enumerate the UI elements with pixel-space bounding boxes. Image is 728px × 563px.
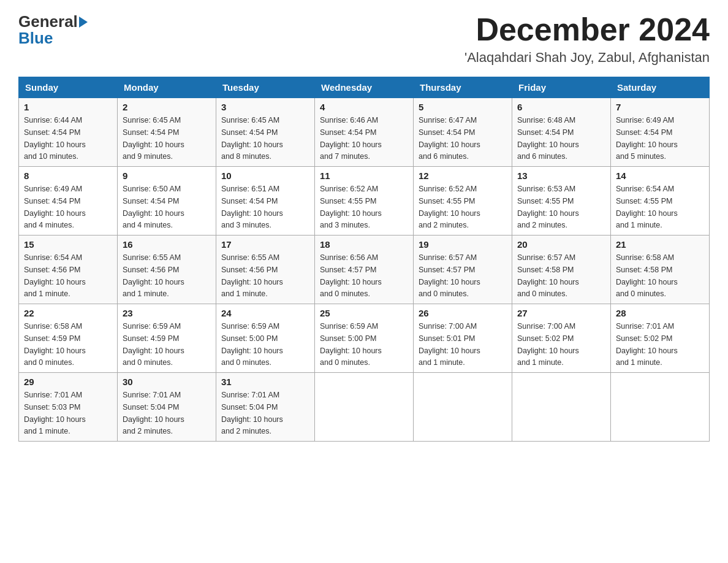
day-info: Sunrise: 6:54 AMSunset: 4:55 PMDaylight:… xyxy=(616,185,678,229)
day-number: 30 xyxy=(123,377,211,387)
header-monday: Monday xyxy=(118,77,216,98)
day-info: Sunrise: 6:48 AMSunset: 4:54 PMDaylight:… xyxy=(517,116,579,161)
day-info: Sunrise: 6:51 AMSunset: 4:54 PMDaylight:… xyxy=(221,185,283,229)
day-info: Sunrise: 6:58 AMSunset: 4:59 PMDaylight:… xyxy=(24,322,86,367)
day-info: Sunrise: 6:55 AMSunset: 4:56 PMDaylight:… xyxy=(123,253,184,298)
day-number: 22 xyxy=(24,308,112,318)
calendar-day-20: 20 Sunrise: 6:57 AMSunset: 4:58 PMDaylig… xyxy=(512,236,611,304)
calendar-day-25: 25 Sunrise: 6:59 AMSunset: 5:00 PMDaylig… xyxy=(315,304,414,373)
day-number: 21 xyxy=(616,239,704,250)
calendar-table: SundayMondayTuesdayWednesdayThursdayFrid… xyxy=(18,77,710,442)
day-number: 2 xyxy=(123,102,211,112)
day-info: Sunrise: 7:00 AMSunset: 5:01 PMDaylight:… xyxy=(419,322,480,367)
calendar-day-24: 24 Sunrise: 6:59 AMSunset: 5:00 PMDaylig… xyxy=(216,304,315,373)
day-number: 11 xyxy=(320,170,408,181)
header-tuesday: Tuesday xyxy=(216,77,315,98)
calendar-day-10: 10 Sunrise: 6:51 AMSunset: 4:54 PMDaylig… xyxy=(216,167,315,236)
day-number: 31 xyxy=(221,377,309,387)
calendar-day-19: 19 Sunrise: 6:57 AMSunset: 4:57 PMDaylig… xyxy=(414,236,512,304)
calendar-day-8: 8 Sunrise: 6:49 AMSunset: 4:54 PMDayligh… xyxy=(19,167,118,236)
day-number: 20 xyxy=(517,239,605,250)
empty-cell xyxy=(512,373,611,442)
calendar-day-29: 29 Sunrise: 7:01 AMSunset: 5:03 PMDaylig… xyxy=(19,373,118,442)
calendar-day-21: 21 Sunrise: 6:58 AMSunset: 4:58 PMDaylig… xyxy=(611,236,710,304)
day-info: Sunrise: 6:49 AMSunset: 4:54 PMDaylight:… xyxy=(24,185,86,229)
calendar-day-31: 31 Sunrise: 7:01 AMSunset: 5:04 PMDaylig… xyxy=(216,373,315,442)
day-number: 29 xyxy=(24,377,112,387)
month-title: December 2024 xyxy=(464,12,710,47)
day-info: Sunrise: 6:58 AMSunset: 4:58 PMDaylight:… xyxy=(616,253,678,298)
day-number: 7 xyxy=(616,102,704,112)
calendar-day-16: 16 Sunrise: 6:55 AMSunset: 4:56 PMDaylig… xyxy=(118,236,216,304)
logo: General Blue xyxy=(18,12,89,48)
day-info: Sunrise: 6:54 AMSunset: 4:56 PMDaylight:… xyxy=(24,253,86,298)
day-info: Sunrise: 6:44 AMSunset: 4:54 PMDaylight:… xyxy=(24,116,86,161)
day-info: Sunrise: 6:52 AMSunset: 4:55 PMDaylight:… xyxy=(419,185,480,229)
calendar-week-2: 8 Sunrise: 6:49 AMSunset: 4:54 PMDayligh… xyxy=(19,167,710,236)
title-section: December 2024 'Alaqahdari Shah Joy, Zabu… xyxy=(464,12,710,66)
header-saturday: Saturday xyxy=(611,77,710,98)
day-info: Sunrise: 6:59 AMSunset: 4:59 PMDaylight:… xyxy=(123,322,184,367)
day-number: 27 xyxy=(517,308,605,318)
day-number: 28 xyxy=(616,308,704,318)
day-number: 3 xyxy=(221,102,309,112)
day-info: Sunrise: 7:00 AMSunset: 5:02 PMDaylight:… xyxy=(517,322,579,367)
calendar-day-2: 2 Sunrise: 6:45 AMSunset: 4:54 PMDayligh… xyxy=(118,98,216,167)
logo-blue-text: Blue xyxy=(18,29,53,48)
calendar-header-row: SundayMondayTuesdayWednesdayThursdayFrid… xyxy=(19,77,710,98)
day-number: 24 xyxy=(221,308,309,318)
header-thursday: Thursday xyxy=(414,77,512,98)
calendar-day-4: 4 Sunrise: 6:46 AMSunset: 4:54 PMDayligh… xyxy=(315,98,414,167)
day-info: Sunrise: 7:01 AMSunset: 5:03 PMDaylight:… xyxy=(24,391,86,435)
day-number: 14 xyxy=(616,170,704,181)
day-number: 15 xyxy=(24,239,112,250)
calendar-day-12: 12 Sunrise: 6:52 AMSunset: 4:55 PMDaylig… xyxy=(414,167,512,236)
calendar-day-11: 11 Sunrise: 6:52 AMSunset: 4:55 PMDaylig… xyxy=(315,167,414,236)
day-number: 12 xyxy=(419,170,507,181)
calendar-day-23: 23 Sunrise: 6:59 AMSunset: 4:59 PMDaylig… xyxy=(118,304,216,373)
day-number: 4 xyxy=(320,102,408,112)
day-info: Sunrise: 6:56 AMSunset: 4:57 PMDaylight:… xyxy=(320,253,382,298)
day-info: Sunrise: 6:46 AMSunset: 4:54 PMDaylight:… xyxy=(320,116,382,161)
calendar-day-3: 3 Sunrise: 6:45 AMSunset: 4:54 PMDayligh… xyxy=(216,98,315,167)
day-info: Sunrise: 6:57 AMSunset: 4:58 PMDaylight:… xyxy=(517,253,579,298)
day-number: 25 xyxy=(320,308,408,318)
calendar-week-1: 1 Sunrise: 6:44 AMSunset: 4:54 PMDayligh… xyxy=(19,98,710,167)
day-number: 18 xyxy=(320,239,408,250)
day-info: Sunrise: 6:50 AMSunset: 4:54 PMDaylight:… xyxy=(123,185,184,229)
calendar-day-6: 6 Sunrise: 6:48 AMSunset: 4:54 PMDayligh… xyxy=(512,98,611,167)
location-subtitle: 'Alaqahdari Shah Joy, Zabul, Afghanistan xyxy=(464,50,710,66)
calendar-week-4: 22 Sunrise: 6:58 AMSunset: 4:59 PMDaylig… xyxy=(19,304,710,373)
calendar-day-13: 13 Sunrise: 6:53 AMSunset: 4:55 PMDaylig… xyxy=(512,167,611,236)
calendar-day-26: 26 Sunrise: 7:00 AMSunset: 5:01 PMDaylig… xyxy=(414,304,512,373)
header-sunday: Sunday xyxy=(19,77,118,98)
day-number: 10 xyxy=(221,170,309,181)
calendar-day-15: 15 Sunrise: 6:54 AMSunset: 4:56 PMDaylig… xyxy=(19,236,118,304)
empty-cell xyxy=(414,373,512,442)
day-info: Sunrise: 6:52 AMSunset: 4:55 PMDaylight:… xyxy=(320,185,382,229)
day-info: Sunrise: 6:45 AMSunset: 4:54 PMDaylight:… xyxy=(221,116,283,161)
day-number: 8 xyxy=(24,170,112,181)
calendar-week-5: 29 Sunrise: 7:01 AMSunset: 5:03 PMDaylig… xyxy=(19,373,710,442)
calendar-day-9: 9 Sunrise: 6:50 AMSunset: 4:54 PMDayligh… xyxy=(118,167,216,236)
day-info: Sunrise: 6:59 AMSunset: 5:00 PMDaylight:… xyxy=(320,322,382,367)
calendar-day-27: 27 Sunrise: 7:00 AMSunset: 5:02 PMDaylig… xyxy=(512,304,611,373)
day-number: 13 xyxy=(517,170,605,181)
day-info: Sunrise: 6:57 AMSunset: 4:57 PMDaylight:… xyxy=(419,253,480,298)
day-number: 6 xyxy=(517,102,605,112)
day-number: 17 xyxy=(221,239,309,250)
calendar-day-30: 30 Sunrise: 7:01 AMSunset: 5:04 PMDaylig… xyxy=(118,373,216,442)
day-info: Sunrise: 7:01 AMSunset: 5:02 PMDaylight:… xyxy=(616,322,678,367)
day-number: 19 xyxy=(419,239,507,250)
day-info: Sunrise: 7:01 AMSunset: 5:04 PMDaylight:… xyxy=(123,391,184,435)
header-friday: Friday xyxy=(512,77,611,98)
day-info: Sunrise: 6:45 AMSunset: 4:54 PMDaylight:… xyxy=(123,116,184,161)
calendar-day-28: 28 Sunrise: 7:01 AMSunset: 5:02 PMDaylig… xyxy=(611,304,710,373)
header-wednesday: Wednesday xyxy=(315,77,414,98)
empty-cell xyxy=(315,373,414,442)
day-number: 26 xyxy=(419,308,507,318)
day-info: Sunrise: 6:47 AMSunset: 4:54 PMDaylight:… xyxy=(419,116,480,161)
calendar-day-5: 5 Sunrise: 6:47 AMSunset: 4:54 PMDayligh… xyxy=(414,98,512,167)
day-number: 1 xyxy=(24,102,112,112)
day-number: 9 xyxy=(123,170,211,181)
